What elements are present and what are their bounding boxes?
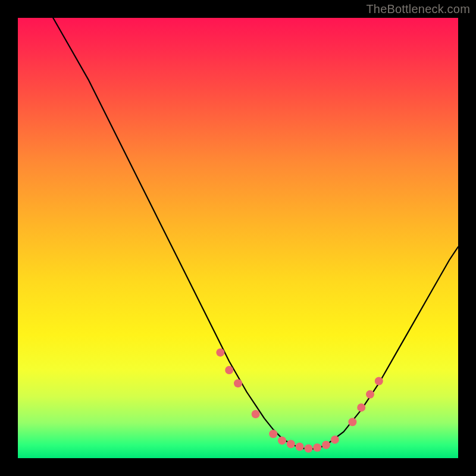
highlight-dot <box>216 348 224 356</box>
highlight-dot <box>322 441 330 449</box>
highlight-dot <box>304 444 312 453</box>
highlight-dot <box>269 430 277 438</box>
highlight-dot <box>252 410 260 418</box>
attribution-label: TheBottleneck.com <box>366 2 470 16</box>
highlight-dot <box>375 377 383 386</box>
plot-area <box>18 18 458 458</box>
highlight-dot <box>348 418 356 426</box>
highlight-dot <box>234 379 242 387</box>
chart-svg <box>18 18 458 458</box>
highlight-dot <box>287 440 295 448</box>
highlight-dot <box>225 366 233 374</box>
highlight-dot <box>366 390 374 399</box>
highlight-dot <box>357 403 365 412</box>
chart-container: TheBottleneck.com <box>0 0 476 476</box>
highlight-dot <box>296 443 304 451</box>
highlight-dot <box>331 436 339 444</box>
highlight-dot <box>313 443 321 452</box>
highlight-dots <box>216 348 383 452</box>
bottleneck-curve <box>53 18 458 449</box>
highlight-dot <box>278 436 286 444</box>
